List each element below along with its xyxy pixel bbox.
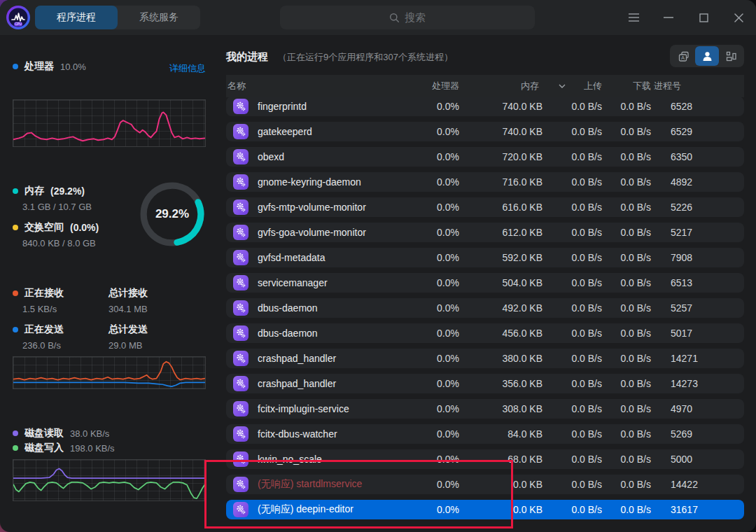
process-pid: 14271 — [652, 353, 744, 364]
process-down: 0.0 B/s — [603, 151, 652, 162]
table-row[interactable]: obexd0.0%720.0 KB0.0 B/s0.0 B/s6350 — [226, 147, 744, 167]
menu-icon[interactable] — [616, 0, 651, 35]
table-row[interactable]: gvfs-mtp-volume-monitor0.0%616.0 KB0.0 B… — [226, 197, 744, 217]
search-placeholder: 搜索 — [405, 11, 426, 24]
memory-donut-chart: 29.2% — [139, 181, 206, 248]
column-header-download[interactable]: 下载 — [603, 80, 652, 92]
process-down: 0.0 B/s — [603, 227, 652, 238]
process-name: fcitx-implugin-service — [258, 403, 349, 414]
table-row[interactable]: servicemanager0.0%504.0 KB0.0 B/s0.0 B/s… — [226, 273, 744, 293]
table-row[interactable]: gvfs-goa-volume-monitor0.0%612.0 KB0.0 B… — [226, 223, 744, 242]
process-name: fcitx-dbus-watcher — [258, 428, 337, 440]
process-name: gvfsd-metadata — [258, 252, 326, 263]
process-pid: 5226 — [652, 202, 744, 213]
stats-sidebar: 处理器 10.0% 详细信息 内存 (29.2%) 3.1 GB / 10.7 … — [0, 35, 226, 532]
table-row[interactable]: gvfsd-metadata0.0%592.0 KB0.0 B/s0.0 B/s… — [226, 248, 744, 267]
table-row[interactable]: gnome-keyring-daemon0.0%716.0 KB0.0 B/s0… — [226, 172, 744, 192]
tab-program-processes[interactable]: 程序进程 — [35, 6, 118, 29]
table-row[interactable]: fcitx-dbus-watcher0.0%84.0 KB0.0 B/s0.0 … — [226, 424, 744, 444]
all-process-view-icon[interactable] — [719, 46, 743, 66]
process-down: 0.0 B/s — [603, 176, 652, 188]
process-cpu: 0.0% — [377, 252, 461, 263]
memory-bullet-icon — [13, 188, 18, 194]
process-up: 0.0 B/s — [567, 227, 603, 238]
table-header: 名称 处理器 内存 上传 下载 进程号 — [226, 75, 744, 97]
network-chart — [13, 356, 206, 389]
memory-label: 内存 — [24, 185, 44, 197]
process-pid: 6529 — [652, 126, 744, 137]
process-down: 0.0 B/s — [603, 202, 652, 213]
process-up: 0.0 B/s — [567, 101, 603, 112]
maximize-button[interactable] — [686, 0, 721, 35]
process-gear-icon — [233, 200, 248, 215]
disk-write-value: 198.0 KB/s — [70, 443, 115, 454]
table-row[interactable]: (无响应) deepin-editor0.0%0.0 KB0.0 B/s0.0 … — [226, 500, 744, 519]
process-down: 0.0 B/s — [603, 428, 652, 440]
process-pid: 14422 — [652, 479, 744, 490]
app-letter-view-icon[interactable]: A — [671, 46, 695, 66]
process-mem: 0.0 KB — [461, 479, 567, 490]
process-cpu: 0.0% — [377, 353, 461, 364]
process-cpu: 0.0% — [377, 454, 461, 465]
minimize-button[interactable] — [651, 0, 686, 35]
column-header-cpu[interactable]: 处理器 — [377, 80, 461, 92]
column-header-pid[interactable]: 进程号 — [652, 80, 744, 92]
disk-write-bullet-icon — [13, 445, 18, 451]
process-mem: 492.0 KB — [461, 302, 567, 314]
table-row[interactable]: fcitx-implugin-service0.0%308.0 KB0.0 B/… — [226, 399, 744, 419]
page-subtitle: （正在运行9个应用程序和307个系统进程） — [278, 51, 453, 64]
process-down: 0.0 B/s — [603, 277, 652, 288]
process-cpu: 0.0% — [377, 227, 461, 238]
process-mem: 592.0 KB — [461, 252, 567, 263]
process-name: kwin_no_scale — [258, 454, 322, 465]
process-down: 0.0 B/s — [603, 328, 652, 339]
process-down: 0.0 B/s — [603, 101, 652, 112]
sort-chevron-down-icon — [559, 84, 566, 88]
search-input[interactable]: 搜索 — [280, 6, 535, 29]
column-header-name[interactable]: 名称 — [226, 80, 377, 92]
process-pid: 6528 — [652, 101, 744, 112]
process-cpu: 0.0% — [377, 378, 461, 389]
process-name: crashpad_handler — [258, 353, 336, 364]
process-up: 0.0 B/s — [567, 176, 603, 188]
table-row[interactable]: crashpad_handler0.0%356.0 KB0.0 B/s0.0 B… — [226, 374, 744, 393]
process-gear-icon — [233, 351, 248, 366]
column-header-memory[interactable]: 内存 — [461, 80, 567, 92]
process-down: 0.0 B/s — [603, 302, 652, 314]
table-row[interactable]: fingerprintd0.0%740.0 KB0.0 B/s0.0 B/s65… — [226, 97, 744, 116]
table-row[interactable]: kwin_no_scale0.0%68.0 KB0.0 B/s0.0 B/s50… — [226, 449, 744, 469]
cpu-details-link[interactable]: 详细信息 — [169, 62, 206, 75]
cpu-chart — [13, 99, 206, 147]
process-name: obexd — [258, 151, 284, 162]
table-row[interactable]: (无响应) startdlmservice0.0%0.0 KB0.0 B/s0.… — [226, 475, 744, 494]
process-gear-icon — [233, 225, 248, 240]
process-pid: 5017 — [652, 328, 744, 339]
table-row[interactable]: dbus-daemon0.0%456.0 KB0.0 B/s0.0 B/s501… — [226, 323, 744, 343]
process-cpu: 0.0% — [377, 151, 461, 162]
process-up: 0.0 B/s — [567, 454, 603, 465]
net-recv-label: 正在接收 — [24, 287, 64, 300]
tab-system-services[interactable]: 系统服务 — [118, 6, 200, 29]
memory-usage: 3.1 GB / 10.7 GB — [22, 202, 92, 212]
process-down: 0.0 B/s — [603, 126, 652, 137]
process-mem: 356.0 KB — [461, 378, 567, 389]
process-name: servicemanager — [258, 277, 328, 288]
column-header-upload[interactable]: 上传 — [567, 80, 603, 92]
process-mem: 720.0 KB — [461, 151, 567, 162]
table-row[interactable]: crashpad_handler0.0%380.0 KB0.0 B/s0.0 B… — [226, 349, 744, 368]
process-mem: 68.0 KB — [461, 454, 567, 465]
process-gear-icon — [233, 477, 248, 492]
process-gear-icon — [233, 300, 248, 316]
process-up: 0.0 B/s — [567, 202, 603, 213]
process-cpu: 0.0% — [377, 403, 461, 414]
swap-percent: (0.0%) — [70, 222, 99, 233]
table-row[interactable]: gatekeeperd0.0%740.0 KB0.0 B/s0.0 B/s652… — [226, 122, 744, 141]
table-row[interactable]: dbus-daemon0.0%492.0 KB0.0 B/s0.0 B/s525… — [226, 298, 744, 318]
cpu-value: 10.0% — [60, 62, 86, 72]
user-process-view-icon[interactable] — [695, 46, 719, 66]
swap-usage: 840.0 KB / 8.0 GB — [22, 238, 96, 248]
close-button[interactable] — [721, 0, 756, 35]
process-down: 0.0 B/s — [603, 353, 652, 364]
process-mem: 612.0 KB — [461, 227, 567, 238]
table-body: fingerprintd0.0%740.0 KB0.0 B/s0.0 B/s65… — [226, 97, 744, 525]
